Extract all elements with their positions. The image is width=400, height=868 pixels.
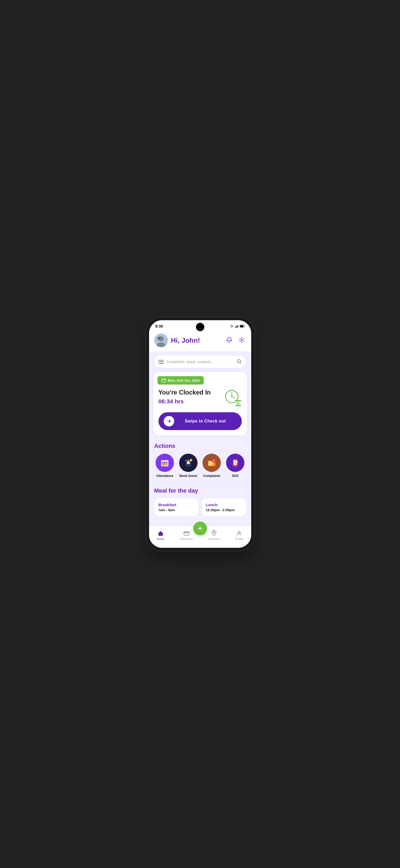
meal-card-lunch[interactable]: Lunch 12:30pm - 2:30pm	[202, 498, 246, 516]
clock-card: Mon, 21st Oct, 2024 You're Clocked In 06…	[153, 372, 247, 435]
status-icons	[230, 324, 245, 328]
sos-label: SOS	[232, 474, 238, 478]
header-left: Hi, John!	[154, 334, 200, 347]
phone-frame: 9:30	[149, 320, 251, 548]
nav-profile[interactable]: Profile	[231, 529, 247, 541]
nav-profile-label: Profile	[235, 537, 243, 540]
svg-rect-5	[240, 325, 243, 327]
services-icon	[211, 530, 217, 536]
svg-rect-2	[237, 325, 237, 328]
swipe-checkout-button[interactable]: Swipe to Check out	[159, 412, 242, 430]
gear-icon	[239, 337, 245, 343]
actions-grid: Attendance	[154, 454, 246, 478]
nav-home-label: Home	[156, 537, 164, 540]
notification-button[interactable]	[225, 336, 233, 345]
search-bar: Complaints, leave, contacts...	[154, 355, 246, 368]
svg-rect-0	[235, 327, 236, 328]
header: Hi, John!	[149, 331, 251, 351]
signal-icon	[235, 324, 239, 328]
header-icons	[225, 336, 246, 345]
fab-add-button[interactable]	[193, 522, 207, 535]
lunch-time: 12:30pm - 2:30pm	[206, 508, 242, 512]
attendance-icon	[155, 454, 174, 472]
svg-point-50	[213, 532, 215, 533]
search-placeholder: Complaints, leave, contacts...	[166, 360, 234, 364]
sos-icon	[226, 454, 245, 472]
plus-icon	[197, 525, 203, 532]
breakfast-time: 7am - 9am	[159, 508, 194, 512]
svg-rect-33	[185, 460, 187, 461]
svg-point-45	[235, 463, 235, 464]
arrow-right-icon	[166, 418, 172, 424]
clock-time: 06:34 hrs	[159, 398, 221, 405]
meal-cards: Breakfast 7am - 9am Lunch 12:30pm - 2:30…	[154, 498, 246, 516]
svg-rect-47	[160, 534, 161, 535]
svg-rect-19	[235, 400, 241, 401]
battery-icon	[240, 324, 245, 328]
svg-point-9	[158, 337, 161, 340]
date-badge: Mon, 21st Oct, 2024	[158, 376, 204, 384]
calendar-small-icon	[162, 378, 166, 382]
svg-rect-26	[166, 462, 167, 463]
nav-services[interactable]: Services	[204, 529, 224, 541]
payments-icon	[183, 530, 190, 536]
svg-point-29	[162, 464, 165, 467]
swipe-label: Swipe to Check out	[174, 419, 236, 424]
svg-rect-38	[208, 463, 212, 465]
complaints-label: Complaints	[203, 474, 220, 478]
avatar	[154, 334, 168, 347]
status-time: 9:30	[155, 324, 163, 328]
nav-home[interactable]: Home	[152, 529, 168, 541]
svg-rect-44	[235, 461, 235, 463]
swipe-arrow-circle	[164, 416, 174, 426]
svg-rect-24	[162, 462, 164, 463]
search-icon	[236, 359, 242, 364]
action-complaints[interactable]: Complaints	[201, 454, 223, 478]
svg-point-17	[231, 396, 233, 397]
action-attendance[interactable]: Attendance	[154, 454, 176, 478]
svg-rect-1	[236, 326, 236, 328]
svg-point-21	[237, 403, 239, 404]
action-bookguest[interactable]: Book Guest	[178, 454, 199, 478]
meal-section: Meal for the day Breakfast 7am - 9am Lun…	[149, 487, 251, 521]
actions-title: Actions	[154, 443, 246, 450]
clock-info: You're Clocked In 06:34 hrs	[159, 389, 221, 405]
attendance-label: Attendance	[156, 474, 173, 478]
status-bar: 9:30	[149, 320, 251, 331]
actions-section: Actions	[149, 440, 251, 483]
svg-point-10	[241, 339, 242, 341]
profile-icon	[236, 530, 242, 536]
meal-card-breakfast[interactable]: Breakfast 7am - 9am	[154, 498, 199, 516]
hamburger-icon[interactable]	[159, 360, 164, 364]
search-bar-wrapper: Complaints, leave, contacts...	[149, 351, 251, 372]
breakfast-title: Breakfast	[159, 502, 194, 507]
wifi-icon	[230, 324, 234, 328]
svg-rect-20	[235, 405, 241, 406]
complaints-icon	[202, 454, 221, 472]
action-sos[interactable]: SOS	[225, 454, 246, 478]
svg-rect-36	[213, 460, 214, 461]
clock-graphic	[221, 389, 242, 407]
svg-rect-25	[164, 462, 165, 463]
svg-rect-48	[184, 532, 189, 535]
main-content: Complaints, leave, contacts... Mon, 21st…	[149, 351, 251, 542]
bookguest-label: Book Guest	[179, 474, 197, 478]
divider	[154, 483, 246, 483]
nav-services-label: Services	[208, 537, 220, 540]
nav-payments-label: Payments	[180, 537, 193, 540]
svg-point-37	[213, 461, 214, 462]
svg-point-51	[238, 531, 240, 533]
settings-button[interactable]	[237, 336, 246, 345]
svg-point-43	[235, 465, 235, 466]
svg-rect-39	[209, 463, 211, 464]
clock-card-body: You're Clocked In 06:34 hrs	[153, 384, 247, 407]
meal-section-title: Meal for the day	[154, 487, 246, 494]
svg-rect-40	[209, 464, 210, 465]
clocked-in-title: You're Clocked In	[159, 389, 221, 396]
bell-icon	[226, 337, 232, 343]
svg-rect-3	[238, 324, 238, 328]
search-button[interactable]	[236, 359, 242, 365]
svg-rect-49	[184, 532, 189, 533]
svg-rect-12	[162, 379, 166, 382]
greeting-text: Hi, John!	[171, 336, 200, 344]
